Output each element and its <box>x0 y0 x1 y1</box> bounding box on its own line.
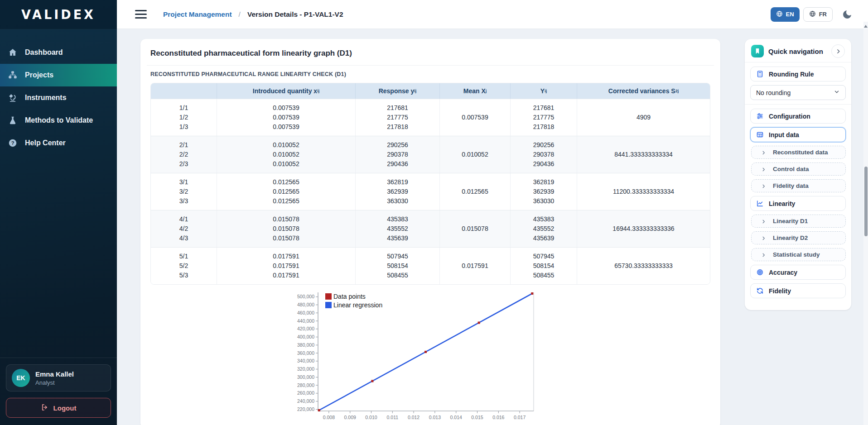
table-cell: 0.017591 <box>440 248 511 284</box>
table-value: 2/3 <box>179 159 188 169</box>
logout-button[interactable]: Logout <box>6 398 111 418</box>
qnav-label: Statistical study <box>773 251 820 258</box>
avatar: EK <box>12 369 30 387</box>
table-cell: 2/12/22/3 <box>151 136 217 173</box>
qnav-linearity-d1-subitem[interactable]: Linearity D1 <box>751 215 846 228</box>
qnav-reconstituted-data-subitem[interactable]: Reconstituted data <box>751 146 846 159</box>
sidebar-item-label: Dashboard <box>25 48 63 57</box>
collapse-panel-button[interactable] <box>831 44 845 58</box>
table-value: 0.007539 <box>273 103 299 113</box>
table-value: 217775 <box>387 113 408 122</box>
table-value: 435383 <box>533 215 555 224</box>
qnav-configuration-button[interactable]: Configuration <box>750 109 846 124</box>
table-group-row: 2/12/22/30.0100520.0100520.0100522902562… <box>151 136 710 173</box>
projects-icon <box>8 70 18 80</box>
sidebar-footer: EK Emna Kallel Analyst Logout <box>0 358 117 425</box>
table-value: 1/2 <box>179 113 188 122</box>
svg-text:280,000: 280,000 <box>297 382 314 388</box>
scrollbar-thumb[interactable] <box>864 167 868 236</box>
table-value: 290436 <box>533 159 555 169</box>
language-fr-button[interactable]: FR <box>803 7 833 22</box>
sidebar-item-dashboard[interactable]: Dashboard <box>0 41 117 64</box>
svg-text:?: ? <box>11 140 14 146</box>
user-role: Analyst <box>35 379 74 386</box>
table-cell: 290256290378290436 <box>511 136 577 173</box>
qnav-control-data-subitem[interactable]: Control data <box>751 162 846 176</box>
breadcrumb-project-management[interactable]: Project Management <box>163 10 232 19</box>
sidebar: VALIDEX Dashboard Projects Instruments M… <box>0 0 117 425</box>
svg-text:300,000: 300,000 <box>297 374 314 380</box>
table-value: 4/1 <box>179 215 188 224</box>
quick-nav-header: Quick navigation <box>750 43 846 62</box>
table-value: 2/2 <box>179 150 188 159</box>
table-value: 16944.333333333336 <box>612 224 674 234</box>
qnav-linearity-d2-subitem[interactable]: Linearity D2 <box>751 231 846 244</box>
chevron-down-icon <box>834 89 840 96</box>
breadcrumb-current: Version Details - P1-VAL1-V2 <box>247 10 343 19</box>
hamburger-menu-button[interactable] <box>135 10 147 19</box>
chevron-right-icon <box>761 150 766 155</box>
table-value: 0.010052 <box>462 150 488 159</box>
target-icon <box>756 268 764 276</box>
linearity-table: Introduced quantity xijResponse yijMean … <box>150 83 710 285</box>
table-value: 435552 <box>387 224 408 234</box>
table-value: 0.007539 <box>273 113 299 122</box>
logout-label: Logout <box>53 404 77 412</box>
qnav-statistical-study-subitem[interactable]: Statistical study <box>751 248 846 261</box>
scrollbar-up-arrow[interactable] <box>864 25 868 28</box>
qnav-label: Fidelity <box>769 287 791 295</box>
sidebar-item-help-center[interactable]: ? Help Center <box>0 132 117 154</box>
svg-text:0.011: 0.011 <box>387 415 399 420</box>
qnav-input-data-button[interactable]: Input data <box>750 127 846 142</box>
qnav-linearity-button[interactable]: Linearity <box>750 196 846 211</box>
page-scrollbar[interactable] <box>863 22 868 425</box>
table-cell: 65730.33333333333 <box>577 248 710 284</box>
microscope-icon <box>8 93 18 103</box>
svg-text:0.008: 0.008 <box>323 415 335 420</box>
table-value: 65730.33333333333 <box>614 261 672 271</box>
qnav-label: Linearity D1 <box>773 218 808 224</box>
table-value: 0.007539 <box>273 122 299 132</box>
table-value: 4909 <box>637 113 651 122</box>
table-cell: 0.0100520.0100520.010052 <box>217 136 356 173</box>
table-cell: 507945508154508455 <box>511 248 577 284</box>
table-cell: 0.0150780.0150780.015078 <box>217 210 356 247</box>
table-value: 0.015078 <box>273 215 299 224</box>
sidebar-item-label: Help Center <box>25 139 66 147</box>
table-value: 5/3 <box>179 271 188 280</box>
language-en-button[interactable]: EN <box>771 7 800 22</box>
user-name: Emna Kallel <box>35 370 74 378</box>
table-body: 1/11/21/30.0075390.0075390.0075392176812… <box>151 99 710 284</box>
svg-text:0.013: 0.013 <box>429 415 441 420</box>
table-value: 435552 <box>533 224 555 234</box>
sidebar-item-instruments[interactable]: Instruments <box>0 86 117 109</box>
table-value: 0.017591 <box>273 252 299 261</box>
globe-icon <box>776 10 783 19</box>
language-en-label: EN <box>786 11 794 18</box>
qnav-label: Accuracy <box>769 269 797 276</box>
chevron-right-icon <box>761 235 766 240</box>
qnav-fidelity-data-subitem[interactable]: Fidelity data <box>751 179 846 192</box>
table-cell: 3/13/23/3 <box>151 173 217 210</box>
table-value: 2/1 <box>179 140 188 150</box>
table-group-row: 4/14/24/30.0150780.0150780.0150784353834… <box>151 210 710 247</box>
svg-text:0.017: 0.017 <box>514 415 526 420</box>
qnav-accuracy-button[interactable]: Accuracy <box>750 265 846 280</box>
qnav-fidelity-button[interactable]: Fidelity <box>750 283 846 298</box>
qnav-rounding-rule-button[interactable]: Rounding Rule <box>750 67 846 81</box>
table-value: 5/1 <box>179 252 188 261</box>
table-value: 3/2 <box>179 187 188 196</box>
rounding-select[interactable]: No rounding <box>750 85 846 100</box>
sidebar-item-projects[interactable]: Projects <box>0 64 117 86</box>
sidebar-item-methods-to-validate[interactable]: Methods to Validate <box>0 109 117 132</box>
table-cell: 362819362939363030 <box>356 173 440 210</box>
svg-text:340,000: 340,000 <box>297 358 314 363</box>
flask-icon <box>8 115 18 125</box>
svg-text:220,000: 220,000 <box>297 406 314 412</box>
svg-text:0.014: 0.014 <box>450 415 462 420</box>
dark-mode-toggle[interactable] <box>842 9 853 20</box>
table-cell: 4/14/24/3 <box>151 210 217 247</box>
table-value: 508154 <box>387 261 408 271</box>
table-value: 0.017591 <box>462 261 488 271</box>
chevron-right-icon <box>761 167 766 172</box>
